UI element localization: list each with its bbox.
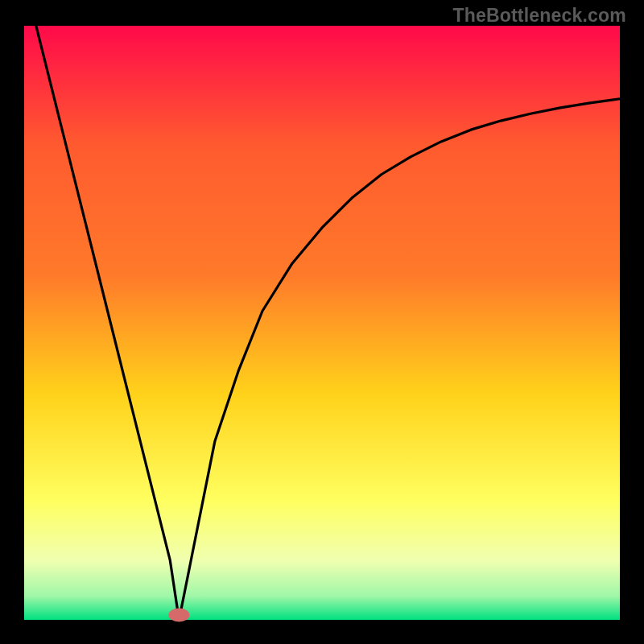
chart-canvas: [0, 0, 644, 644]
watermark-text: TheBottleneck.com: [452, 5, 626, 27]
minimum-marker: [168, 609, 189, 622]
chart-frame: TheBottleneck.com: [0, 0, 644, 644]
